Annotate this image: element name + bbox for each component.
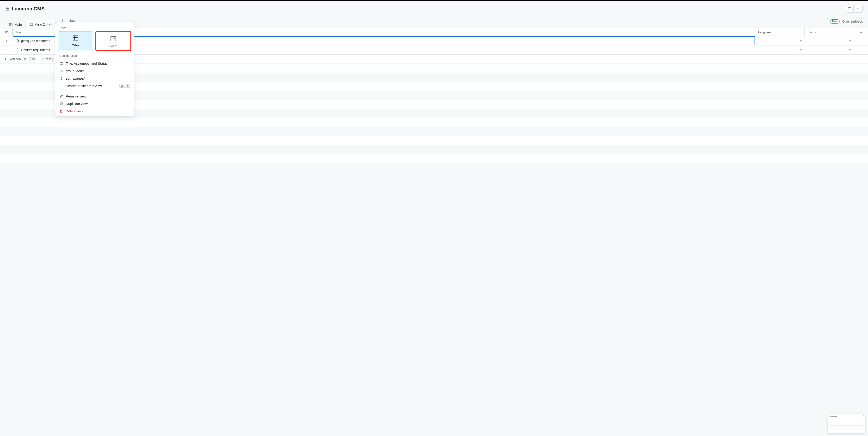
rename-view-item[interactable]: Rename view xyxy=(55,92,134,100)
svg-rect-0 xyxy=(6,8,8,10)
duplicate-view-text: Duplicate view xyxy=(66,102,88,106)
table-icon xyxy=(29,22,33,26)
config-group-text: group: none xyxy=(66,69,84,73)
panel-toggle-button[interactable] xyxy=(846,5,854,13)
config-sort-item[interactable]: sort: manual xyxy=(55,75,134,82)
column-header-assignees[interactable]: Assignees xyxy=(755,28,805,36)
delete-view-item[interactable]: Delete view xyxy=(55,108,134,115)
svg-point-37 xyxy=(16,49,19,51)
kbd-ctrl: Ctrl xyxy=(29,57,36,61)
tab-dropdown-trigger[interactable] xyxy=(48,22,52,26)
kbd-plus: + xyxy=(38,57,40,61)
issue-draft-icon xyxy=(16,48,19,52)
svg-point-36 xyxy=(17,40,18,41)
svg-rect-21 xyxy=(60,62,63,65)
tab-main[interactable]: Main xyxy=(5,21,26,28)
svg-rect-25 xyxy=(60,71,63,72)
row-title: Confirm requirments xyxy=(21,48,50,52)
config-fields-text: Title, Assignees, and Status xyxy=(66,61,107,65)
assignees-cell[interactable] xyxy=(755,46,805,54)
board-icon xyxy=(110,35,117,42)
config-fields-item[interactable]: Title, Assignees, and Status xyxy=(55,60,134,67)
layout-option-table[interactable]: Table xyxy=(58,31,93,51)
project-title: Laimuna CMS xyxy=(12,6,44,12)
beta-badge: Beta xyxy=(830,20,840,24)
delete-view-text: Delete view xyxy=(66,109,84,113)
search-filter-text: Search or filter this view xyxy=(66,84,102,88)
table-icon xyxy=(9,23,13,26)
kebab-menu-button[interactable] xyxy=(855,5,863,13)
layout-option-board[interactable]: Board xyxy=(95,31,131,51)
footer-hint-prefix: You can use xyxy=(9,57,27,61)
column-header-status[interactable]: Status xyxy=(805,28,855,36)
kbd-space: Space xyxy=(42,57,53,61)
status-cell[interactable] xyxy=(805,46,855,54)
svg-rect-17 xyxy=(111,36,116,41)
view-options-popover: Layout Table Board Configuration Title, … xyxy=(55,22,134,116)
tab-label: Main xyxy=(14,23,22,26)
svg-rect-24 xyxy=(60,70,63,71)
caret-down-icon xyxy=(799,39,802,42)
versions-icon xyxy=(59,102,63,106)
search-filter-item[interactable]: Search or filter this view ⌘ F xyxy=(55,82,134,90)
status-cell[interactable] xyxy=(805,36,855,45)
issue-open-icon xyxy=(16,39,19,43)
row-number: 2 xyxy=(0,48,13,52)
kbd-cmd: ⌘ xyxy=(119,84,125,88)
svg-rect-1 xyxy=(848,8,851,10)
tab-view-2[interactable]: View 2 xyxy=(26,20,56,28)
layout-section-label: Layout xyxy=(55,26,134,31)
svg-rect-9 xyxy=(30,23,33,26)
plus-icon xyxy=(860,31,863,34)
caret-down-icon xyxy=(49,23,51,25)
rename-view-text: Rename view xyxy=(66,94,86,98)
caret-down-icon xyxy=(799,49,802,51)
pencil-icon xyxy=(59,94,63,98)
svg-rect-14 xyxy=(73,36,78,40)
panel-icon xyxy=(848,7,851,11)
config-group-item[interactable]: group: none xyxy=(55,67,134,75)
kbd-f: F xyxy=(126,84,130,88)
svg-rect-6 xyxy=(9,23,12,26)
config-sort-text: sort: manual xyxy=(66,77,85,80)
layout-table-label: Table xyxy=(72,43,79,47)
assignees-cell[interactable] xyxy=(755,36,805,45)
row-number: 1 xyxy=(0,39,13,43)
note-icon xyxy=(59,62,63,65)
rows-icon xyxy=(59,69,63,73)
give-feedback-link[interactable]: Give feedback xyxy=(842,20,863,23)
add-column-button[interactable] xyxy=(855,28,868,36)
filter-icon[interactable] xyxy=(4,31,8,34)
svg-rect-29 xyxy=(61,103,63,105)
layout-board-label: Board xyxy=(110,44,117,48)
plus-icon xyxy=(4,57,7,61)
duplicate-view-item[interactable]: Duplicate view xyxy=(55,100,134,108)
svg-point-3 xyxy=(857,8,858,9)
tab-label: View 2 xyxy=(35,22,45,26)
svg-point-5 xyxy=(860,8,860,9)
caret-down-icon xyxy=(849,39,852,42)
lock-icon xyxy=(5,7,9,11)
caret-down-icon xyxy=(849,49,852,51)
trash-icon xyxy=(59,110,63,113)
row-title: [cms] Add monorepo xyxy=(21,39,50,43)
table-icon xyxy=(72,35,79,41)
kebab-icon xyxy=(857,7,861,11)
configuration-section-label: Configuration xyxy=(55,54,134,60)
sort-icon xyxy=(59,77,63,80)
svg-point-4 xyxy=(858,8,859,9)
filter-icon xyxy=(59,84,63,88)
